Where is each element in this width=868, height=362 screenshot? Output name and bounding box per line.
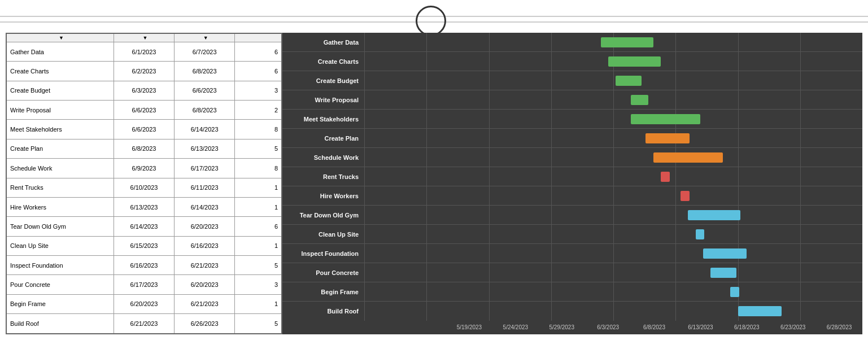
grid-line [489, 90, 490, 109]
filter-icon-end[interactable]: ▼ [203, 35, 208, 41]
gantt-label: Meet Stakeholders [282, 116, 364, 123]
gantt-track [364, 282, 862, 301]
table-row: Create Charts 6/2/2023 6/8/2023 6 [6, 62, 282, 81]
grid-line [800, 148, 801, 167]
grid-line [613, 282, 614, 301]
table-row: Create Plan 6/8/2023 6/13/2023 5 [6, 139, 282, 158]
grid-line [551, 225, 552, 243]
grid-line [675, 71, 676, 90]
grid-line [364, 167, 365, 186]
filter-icon-task[interactable]: ▼ [59, 35, 64, 41]
gantt-row: Pour Concrete [282, 263, 862, 282]
task-end: 6/21/2023 [175, 255, 235, 274]
task-duration: 6 [235, 217, 282, 236]
grid-line [613, 186, 614, 205]
date-label: 6/23/2023 [770, 321, 816, 334]
grid-line [489, 71, 490, 90]
grid-line [426, 186, 427, 205]
gantt-label: Pour Concrete [282, 269, 364, 276]
main-content: ▼ ▼ ▼ [0, 27, 868, 340]
grid-line [613, 110, 614, 128]
grid-line [800, 206, 801, 224]
grid-line [613, 90, 614, 109]
gantt-row: Create Plan [282, 129, 862, 148]
grid-line [426, 52, 427, 71]
gantt-label: Gather Data [282, 39, 364, 46]
grid-line [364, 282, 365, 301]
gantt-row: Inspect Foundation [282, 244, 862, 263]
grid-line [489, 110, 490, 128]
gantt-bar [681, 191, 690, 201]
grid-line [364, 129, 365, 147]
task-end: 6/8/2023 [175, 62, 235, 81]
task-name: Inspect Foundation [6, 255, 114, 274]
task-start: 6/21/2023 [114, 314, 174, 334]
th-task[interactable]: ▼ [6, 33, 114, 42]
grid-line [800, 244, 801, 263]
grid-line [738, 71, 739, 90]
grid-line [675, 52, 676, 71]
gantt-bar [703, 248, 747, 259]
grid-line [426, 225, 427, 243]
task-duration: 1 [235, 178, 282, 197]
grid-line [738, 225, 739, 243]
task-name: Create Budget [6, 81, 114, 100]
gantt-bar [645, 133, 690, 143]
th-end[interactable]: ▼ [175, 33, 235, 42]
task-duration: 6 [235, 62, 282, 81]
grid-line [551, 33, 552, 51]
th-start[interactable]: ▼ [114, 33, 174, 42]
task-duration: 5 [235, 255, 282, 274]
grid-line [364, 71, 365, 90]
task-end: 6/7/2023 [175, 42, 235, 62]
th-duration [235, 33, 282, 42]
gantt-track [364, 186, 862, 205]
grid-line [800, 167, 801, 186]
task-duration: 8 [235, 120, 282, 139]
gantt-label: Create Budget [282, 77, 364, 84]
date-label: 6/18/2023 [723, 321, 770, 334]
gantt-track [364, 71, 862, 90]
task-end: 6/26/2023 [175, 314, 235, 334]
grid-line [675, 225, 676, 243]
filter-icon-start[interactable]: ▼ [143, 35, 148, 41]
task-start: 6/20/2023 [114, 294, 174, 313]
gantt-row: Rent Trucks [282, 167, 862, 186]
grid-line [489, 302, 490, 321]
task-start: 6/3/2023 [114, 81, 174, 100]
gantt-bar [608, 56, 661, 67]
grid-line [489, 186, 490, 205]
gantt-label: Inspect Foundation [282, 250, 364, 257]
gantt-bar [661, 172, 670, 182]
gantt-label: Begin Frame [282, 289, 364, 295]
grid-line [364, 52, 365, 71]
grid-line [489, 148, 490, 167]
gantt-track [364, 225, 862, 243]
task-start: 6/9/2023 [114, 159, 174, 178]
gantt-row: Build Roof [282, 302, 862, 321]
logo-area [416, 6, 453, 36]
grid-line [551, 129, 552, 147]
task-end: 6/6/2023 [175, 81, 235, 100]
gantt-bar [653, 152, 723, 163]
gantt-bar [730, 287, 739, 297]
gantt-row: Create Charts [282, 52, 862, 71]
grid-line [426, 167, 427, 186]
gantt-label: Hire Workers [282, 193, 364, 199]
task-start: 6/16/2023 [114, 255, 174, 274]
task-name: Gather Data [6, 42, 114, 62]
grid-line [738, 129, 739, 147]
grid-line [551, 263, 552, 282]
gantt-track [364, 167, 862, 186]
date-label: 5/24/2023 [492, 321, 539, 334]
gantt-bar [688, 210, 740, 220]
table-row: Pour Concrete 6/17/2023 6/20/2023 3 [6, 275, 282, 294]
gantt-track [364, 263, 862, 282]
grid-line [800, 90, 801, 109]
grid-line [489, 206, 490, 224]
table-row: Clean Up Site 6/15/2023 6/16/2023 1 [6, 236, 282, 255]
grid-line [613, 206, 614, 224]
gantt-label: Write Proposal [282, 97, 364, 103]
task-name: Create Charts [6, 62, 114, 81]
task-name: Pour Concrete [6, 275, 114, 294]
